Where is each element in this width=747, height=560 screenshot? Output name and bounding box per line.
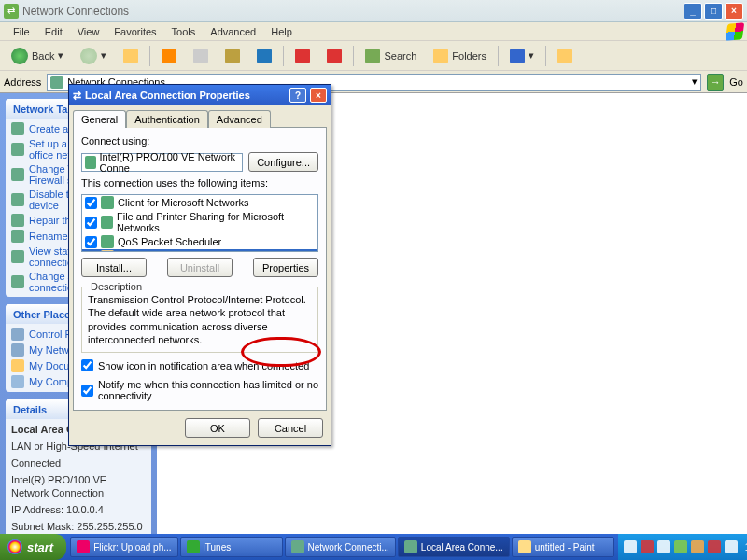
service-icon [101,216,113,229]
list-item: QoS Packet Scheduler [82,234,317,249]
ok-button[interactable]: OK [185,418,250,438]
dialog-close-button[interactable]: × [310,88,327,103]
details-device: Intel(R) PRO/100 VE Network Connection [11,473,146,501]
start-button[interactable]: start [0,534,66,560]
show-tray-icon-checkbox[interactable] [81,359,93,371]
forward-button[interactable]: ▾ [75,46,112,66]
taskbar: start Flickr: Upload ph... iTunes Networ… [0,534,747,560]
properties-button[interactable]: Properties [253,258,318,277]
tab-authentication[interactable]: Authentication [126,110,208,128]
notify-limited-checkbox[interactable] [81,385,93,397]
tab-advanced[interactable]: Advanced [208,110,271,128]
scissors-icon [162,49,176,63]
uninstall-button: Uninstall [167,258,233,277]
tray-icon[interactable] [624,540,637,553]
tray-icon[interactable] [725,540,738,553]
menu-help[interactable]: Help [263,24,300,39]
install-button[interactable]: Install... [81,258,147,277]
maximize-button[interactable]: □ [704,3,723,20]
tray-icon[interactable] [657,540,670,553]
minimize-button[interactable]: _ [684,3,702,20]
views-button[interactable]: ▾ [504,47,540,65]
views-icon [510,49,525,63]
components-listbox[interactable]: Client for Microsoft Networks File and P… [81,194,318,252]
undo-icon [257,49,272,63]
separator [283,46,284,66]
menubar: File Edit View Favorites Tools Advanced … [0,22,747,41]
details-status: Connected [11,456,146,470]
details-mask: Subnet Mask: 255.255.255.0 [11,520,146,534]
dialog-title: Local Area Connection Properties [85,90,286,101]
description-text: Transmission Control Protocol/Internet P… [88,293,312,346]
delete-icon [295,49,310,63]
network-icon [50,76,63,89]
cut-button[interactable] [156,47,182,65]
component-checkbox[interactable] [85,197,97,209]
back-button[interactable]: Back ▾ [6,46,69,66]
toolbar: Back ▾ ▾ Search Folders ▾ [0,41,747,71]
menu-edit[interactable]: Edit [37,24,70,39]
tray-icon[interactable] [674,540,687,553]
taskbar-button[interactable]: untitled - Paint [512,537,614,557]
component-checkbox[interactable] [85,236,97,248]
clipboard-icon [225,49,240,63]
component-checkbox[interactable] [85,251,97,253]
window-title: Network Connections [22,5,680,18]
forward-icon [80,48,97,64]
list-item: Client for Microsoft Networks [82,195,317,210]
address-label: Address [4,77,41,88]
close-icon [327,49,342,63]
paste-button[interactable] [219,47,246,65]
client-icon [101,196,114,209]
close-button[interactable]: × [725,3,743,20]
menu-advanced[interactable]: Advanced [203,24,263,39]
folders-icon [433,49,448,63]
connect-using-label: Connect using: [81,135,318,147]
dialog-tabs: General Authentication Advanced [69,105,331,127]
copy-button[interactable] [188,47,214,65]
search-button[interactable]: Search [359,47,422,65]
separator [353,46,354,66]
tray-icon[interactable] [641,540,654,553]
configure-button[interactable]: Configure... [248,152,318,172]
back-icon [11,48,28,64]
system-tray: 19:39 [618,534,747,560]
adapter-icon [85,156,96,169]
help-button[interactable]: ? [289,88,306,103]
windows-logo-icon [726,23,743,40]
tab-general[interactable]: General [73,110,126,128]
go-button[interactable]: → [707,74,724,91]
network-icon: ⇄ [73,90,81,102]
folders-button[interactable]: Folders [428,47,492,65]
cancel-button[interactable]: Cancel [258,418,323,438]
taskbar-button-active[interactable]: Local Area Conne... [398,537,510,557]
app-icon: ⇄ [4,4,19,19]
taskbar-buttons: Flickr: Upload ph... iTunes Network Conn… [66,536,617,558]
taskbar-button[interactable]: iTunes [180,537,283,557]
delete-button[interactable] [289,47,316,65]
connection-properties-dialog: ⇄ Local Area Connection Properties ? × G… [68,84,331,446]
taskbar-button[interactable]: Network Connecti... [285,537,396,557]
titlebar: ⇄ Network Connections _ □ × [0,0,747,22]
menu-favorites[interactable]: Favorites [106,24,163,39]
folder-up-icon [123,49,138,63]
dialog-body: Connect using: Intel(R) PRO/100 VE Netwo… [73,127,327,411]
tray-icon[interactable] [691,540,704,553]
window-buttons: _ □ × [684,3,743,20]
up-button[interactable] [118,47,144,65]
separator [498,46,499,66]
taskbar-button[interactable]: Flickr: Upload ph... [70,537,177,557]
close-button-toolbar[interactable] [321,47,347,65]
undo-button[interactable] [251,47,277,65]
component-checkbox[interactable] [85,217,97,229]
separator [545,46,546,66]
folder-options-button[interactable] [552,47,578,65]
tray-icon[interactable] [708,540,721,553]
menu-view[interactable]: View [70,24,107,39]
search-icon [365,49,380,63]
list-item-selected: Internet Protocol (TCP/IP) [82,249,317,252]
dialog-titlebar: ⇄ Local Area Connection Properties ? × [69,85,331,105]
menu-tools[interactable]: Tools [164,24,204,39]
menu-file[interactable]: File [6,24,37,39]
protocol-icon [101,250,114,252]
